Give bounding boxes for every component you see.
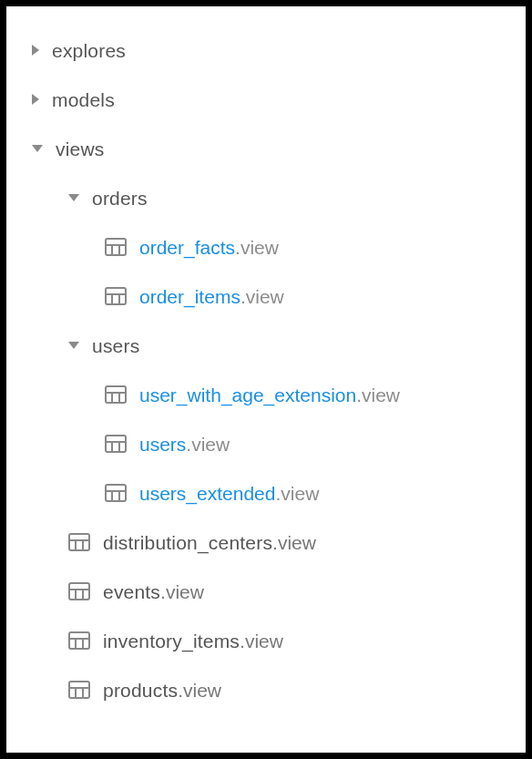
file-order-facts[interactable]: order_facts.view	[25, 229, 507, 265]
file-label: users_extended.view	[139, 484, 319, 503]
svg-rect-0	[106, 239, 126, 255]
file-label: users.view	[139, 435, 230, 454]
file-users-extended[interactable]: users_extended.view	[25, 475, 507, 511]
table-icon	[68, 631, 90, 650]
table-icon	[68, 681, 90, 699]
file-inventory-items[interactable]: inventory_items.view	[25, 622, 507, 659]
file-products[interactable]: products.view	[25, 672, 507, 708]
folder-label: models	[52, 90, 115, 109]
table-icon	[105, 287, 127, 305]
svg-rect-16	[106, 485, 126, 501]
folder-orders[interactable]: orders	[25, 179, 507, 216]
file-distribution-centers[interactable]: distribution_centers.view	[25, 524, 507, 560]
svg-rect-20	[69, 534, 89, 550]
folder-label: views	[56, 139, 105, 159]
folder-explores[interactable]: explores	[25, 32, 507, 68]
table-icon	[105, 484, 127, 502]
folder-models[interactable]: models	[25, 81, 507, 118]
chevron-down-icon	[68, 342, 79, 349]
folder-label: users	[92, 336, 139, 355]
folder-views[interactable]: views	[25, 130, 507, 167]
svg-rect-12	[106, 436, 126, 452]
chevron-down-icon	[32, 145, 43, 152]
file-label: user_with_age_extension.view	[139, 385, 400, 405]
table-icon	[105, 238, 127, 256]
chevron-right-icon	[32, 94, 39, 105]
svg-rect-24	[69, 583, 89, 600]
table-icon	[68, 533, 90, 551]
file-events[interactable]: events.view	[25, 573, 507, 610]
table-icon	[68, 582, 90, 600]
file-label: order_items.view	[139, 287, 284, 306]
table-icon	[105, 385, 127, 404]
chevron-right-icon	[32, 45, 39, 56]
file-user-with-age-extension[interactable]: user_with_age_extension.view	[25, 376, 507, 413]
file-label: distribution_centers.view	[103, 533, 316, 552]
file-label: inventory_items.view	[103, 631, 283, 651]
file-users[interactable]: users.view	[25, 426, 507, 462]
svg-rect-28	[69, 632, 89, 649]
file-label: order_facts.view	[139, 238, 279, 257]
table-icon	[105, 435, 127, 453]
folder-label: explores	[52, 41, 126, 60]
svg-rect-4	[106, 288, 126, 304]
chevron-down-icon	[68, 194, 79, 201]
folder-label: orders	[92, 189, 148, 208]
folder-users[interactable]: users	[25, 327, 507, 364]
file-label: products.view	[103, 681, 221, 700]
file-order-items[interactable]: order_items.view	[25, 278, 507, 314]
file-label: events.view	[103, 582, 204, 601]
svg-rect-32	[69, 682, 89, 698]
svg-rect-8	[106, 386, 126, 403]
